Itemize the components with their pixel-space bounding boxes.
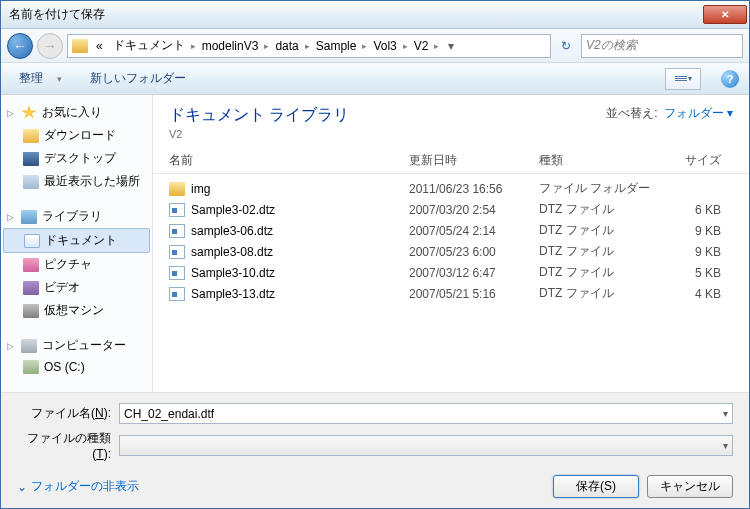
col-type[interactable]: 種類	[539, 152, 669, 169]
file-type: DTZ ファイル	[539, 264, 669, 281]
breadcrumb-item[interactable]: Vol3	[369, 39, 400, 53]
nav-favorites[interactable]: ▷お気に入り	[1, 101, 152, 124]
save-button[interactable]: 保存(S)	[553, 475, 639, 498]
filename-label: ファイル名(N):	[17, 405, 111, 422]
chevron-down-icon: ▾	[57, 74, 62, 84]
file-date: 2007/03/12 6:47	[409, 266, 539, 280]
file-icon	[169, 287, 185, 301]
breadcrumb-item[interactable]: data	[271, 39, 302, 53]
window-title: 名前を付けて保存	[9, 6, 703, 23]
sort-label: 並べ替え:	[606, 105, 657, 122]
arrow-right-icon: →	[43, 38, 57, 54]
file-row[interactable]: img2011/06/23 16:56ファイル フォルダー	[169, 178, 733, 199]
nav-label: ライブラリ	[42, 208, 102, 225]
file-size: 5 KB	[669, 266, 721, 280]
close-button[interactable]: ✕	[703, 5, 747, 24]
filename-value: CH_02_endai.dtf	[124, 407, 214, 421]
col-name[interactable]: 名前	[169, 152, 409, 169]
forward-button[interactable]: →	[37, 33, 63, 59]
hide-folders-link[interactable]: ⌄フォルダーの非表示	[17, 478, 139, 495]
library-subtitle: V2	[169, 128, 349, 140]
nav-pictures[interactable]: ピクチャ	[1, 253, 152, 276]
file-type: DTZ ファイル	[539, 201, 669, 218]
nav-downloads[interactable]: ダウンロード	[1, 124, 152, 147]
chevron-right-icon: ▸	[191, 41, 196, 51]
chevron-right-icon: ▸	[434, 41, 439, 51]
toolbar: 整理 ▾ 新しいフォルダー ▾ ?	[1, 63, 749, 95]
nav-libraries[interactable]: ▷ライブラリ	[1, 205, 152, 228]
breadcrumb[interactable]: « ドキュメント▸ modelinV3▸ data▸ Sample▸ Vol3▸…	[67, 34, 551, 58]
file-size: 4 KB	[669, 287, 721, 301]
file-type: ファイル フォルダー	[539, 180, 669, 197]
file-icon	[169, 203, 185, 217]
vm-icon	[23, 304, 39, 318]
breadcrumb-prefix[interactable]: «	[92, 39, 107, 53]
file-size: 9 KB	[669, 224, 721, 238]
chevron-icon: ▷	[7, 108, 14, 118]
help-button[interactable]: ?	[721, 70, 739, 88]
file-icon	[169, 266, 185, 280]
file-row[interactable]: Sample3-13.dtz2007/05/21 5:16DTZ ファイル4 K…	[169, 283, 733, 304]
sort-dropdown[interactable]: フォルダー ▾	[664, 105, 733, 122]
drive-icon	[23, 360, 39, 374]
new-folder-button[interactable]: 新しいフォルダー	[82, 66, 194, 91]
file-name: sample3-06.dtz	[191, 224, 273, 238]
cancel-button[interactable]: キャンセル	[647, 475, 733, 498]
nav-documents[interactable]: ドキュメント	[3, 228, 150, 253]
file-name: Sample3-02.dtz	[191, 203, 275, 217]
sort-control: 並べ替え: フォルダー ▾	[606, 105, 733, 122]
chevron-icon: ▷	[7, 341, 14, 351]
file-name: Sample3-13.dtz	[191, 287, 275, 301]
file-row[interactable]: Sample3-02.dtz2007/03/20 2:54DTZ ファイル6 K…	[169, 199, 733, 220]
back-button[interactable]: ←	[7, 33, 33, 59]
nav-recent[interactable]: 最近表示した場所	[1, 170, 152, 193]
nav-desktop[interactable]: デスクトップ	[1, 147, 152, 170]
body-area: ▷お気に入り ダウンロード デスクトップ 最近表示した場所 ▷ライブラリ ドキュ…	[1, 95, 749, 393]
breadcrumb-item[interactable]: modelinV3	[198, 39, 263, 53]
desktop-icon	[23, 152, 39, 166]
recent-icon	[23, 175, 39, 189]
search-placeholder: V2の検索	[586, 37, 637, 54]
nav-computer[interactable]: ▷コンピューター	[1, 334, 152, 357]
organize-menu[interactable]: 整理	[11, 66, 51, 91]
breadcrumb-item[interactable]: ドキュメント	[109, 37, 189, 54]
bottom-panel: ファイル名(N): CH_02_endai.dtf ファイルの種類(T): ⌄フ…	[1, 393, 749, 508]
file-type: DTZ ファイル	[539, 285, 669, 302]
nav-label: デスクトップ	[44, 150, 116, 167]
folder-icon	[23, 129, 39, 143]
save-as-dialog: 名前を付けて保存 ✕ ← → « ドキュメント▸ modelinV3▸ data…	[0, 0, 750, 509]
chevron-right-icon: ▸	[264, 41, 269, 51]
document-icon	[24, 234, 40, 248]
file-name: img	[191, 182, 210, 196]
nav-label: ビデオ	[44, 279, 80, 296]
col-size[interactable]: サイズ	[669, 152, 721, 169]
col-date[interactable]: 更新日時	[409, 152, 539, 169]
filetype-select[interactable]	[119, 435, 733, 456]
navbar: ← → « ドキュメント▸ modelinV3▸ data▸ Sample▸ V…	[1, 29, 749, 63]
breadcrumb-item[interactable]: Sample	[312, 39, 361, 53]
breadcrumb-dropdown[interactable]: ▾	[441, 39, 461, 53]
column-headers: 名前 更新日時 種類 サイズ	[153, 148, 749, 174]
library-header: ドキュメント ライブラリ V2 並べ替え: フォルダー ▾	[153, 95, 749, 148]
search-input[interactable]: V2の検索	[581, 34, 743, 58]
file-row[interactable]: sample3-06.dtz2007/05/24 2:14DTZ ファイル9 K…	[169, 220, 733, 241]
nav-label: コンピューター	[42, 337, 126, 354]
file-type: DTZ ファイル	[539, 222, 669, 239]
file-row[interactable]: Sample3-10.dtz2007/03/12 6:47DTZ ファイル5 K…	[169, 262, 733, 283]
library-icon	[21, 210, 37, 224]
pictures-icon	[23, 258, 39, 272]
nav-videos[interactable]: ビデオ	[1, 276, 152, 299]
nav-vm[interactable]: 仮想マシン	[1, 299, 152, 322]
breadcrumb-item[interactable]: V2	[410, 39, 433, 53]
folder-icon	[72, 39, 88, 53]
file-icon	[169, 245, 185, 259]
view-mode-button[interactable]: ▾	[665, 68, 701, 90]
filename-input[interactable]: CH_02_endai.dtf	[119, 403, 733, 424]
folder-icon	[169, 182, 185, 196]
file-row[interactable]: sample3-08.dtz2007/05/23 6:00DTZ ファイル9 K…	[169, 241, 733, 262]
refresh-button[interactable]: ↻	[555, 35, 577, 57]
file-name: sample3-08.dtz	[191, 245, 273, 259]
nav-osc[interactable]: OS (C:)	[1, 357, 152, 377]
file-date: 2007/05/23 6:00	[409, 245, 539, 259]
file-date: 2007/03/20 2:54	[409, 203, 539, 217]
